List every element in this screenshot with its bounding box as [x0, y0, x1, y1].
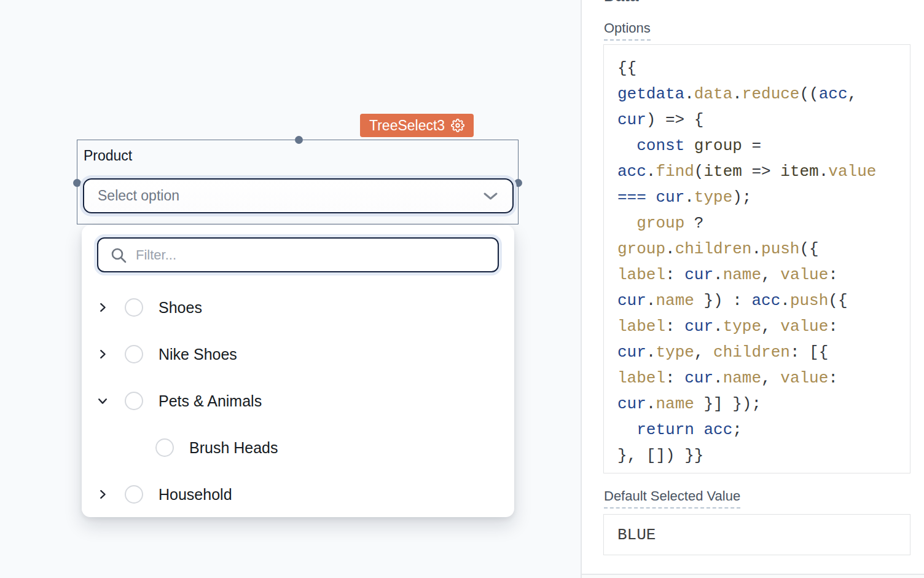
tree-option-label: Nike Shoes — [159, 346, 237, 363]
app-canvas[interactable]: TreeSelect3 Product Select option — [0, 0, 581, 578]
tree-option-row[interactable]: Pets & Animals — [82, 378, 514, 424]
tree-option-label: Brush Heads — [189, 439, 278, 457]
code-line: label: cur.type, value: — [617, 314, 910, 339]
search-icon — [110, 247, 127, 264]
code-line: group.children.push({ — [617, 236, 910, 262]
chevron-down-icon — [482, 191, 499, 202]
tree-option-label: Shoes — [159, 299, 202, 317]
options-property-label[interactable]: Options — [604, 20, 651, 41]
code-line: === cur.type); — [617, 184, 910, 210]
widget-settings-gear-icon[interactable] — [451, 119, 464, 132]
default-selected-value-input[interactable]: BLUE — [603, 514, 910, 555]
code-line: cur.name }] }); — [617, 391, 910, 417]
options-code-editor[interactable]: {{getdata.data.reduce((acc,cur) => { con… — [603, 44, 910, 473]
code-line: getdata.data.reduce((acc, — [617, 81, 910, 107]
resize-handle-right[interactable] — [514, 179, 522, 187]
resize-handle-left[interactable] — [73, 179, 81, 187]
tree-option-label: Household — [159, 486, 232, 504]
filter-placeholder: Filter... — [136, 247, 176, 263]
tree-option-row[interactable]: Brush Heads — [82, 424, 514, 471]
filter-input[interactable]: Filter... — [97, 237, 499, 272]
tree-option-row[interactable]: Household — [82, 471, 514, 518]
resize-handle-top[interactable] — [295, 136, 303, 144]
code-line: group ? — [617, 210, 910, 236]
code-line: label: cur.name, value: — [617, 262, 910, 288]
treeselect-placeholder: Select option — [98, 188, 482, 204]
code-line: label: cur.name, value: — [617, 365, 910, 391]
default-selected-value-label[interactable]: Default Selected Value — [604, 488, 740, 509]
code-line: acc.find(item => item.value — [617, 159, 910, 184]
property-pane: Data Options {{getdata.data.reduce((acc,… — [581, 0, 924, 578]
code-line: cur.type, children: [{ — [617, 339, 910, 365]
widget-name-label: TreeSelect3 — [369, 117, 445, 134]
tree-option-row[interactable]: Nike Shoes — [82, 331, 514, 378]
data-section-title: Data — [604, 0, 638, 5]
chevron-right-icon[interactable] — [96, 348, 109, 360]
tree-option-radio[interactable] — [125, 392, 143, 410]
code-line: {{ — [617, 55, 910, 81]
tree-option-label: Pets & Animals — [159, 392, 262, 410]
tree-option-list: ShoesNike ShoesPets & AnimalsBrush Heads… — [82, 284, 514, 518]
tree-option-row[interactable]: Shoes — [82, 284, 514, 331]
treeselect-dropdown: Filter... ShoesNike ShoesPets & AnimalsB… — [82, 225, 514, 517]
tree-option-radio[interactable] — [125, 345, 143, 363]
code-line: const group = — [617, 133, 910, 159]
code-line: }, []) }} — [617, 443, 910, 469]
chevron-right-icon[interactable] — [96, 301, 109, 314]
tree-option-radio[interactable] — [125, 485, 143, 504]
widget-name-badge[interactable]: TreeSelect3 — [360, 114, 474, 137]
next-section-edge — [582, 575, 924, 578]
code-line: cur.name }) : acc.push({ — [617, 288, 910, 314]
code-line: return acc; — [617, 417, 910, 443]
default-selected-value-text: BLUE — [617, 526, 656, 544]
tree-option-radio[interactable] — [155, 438, 174, 457]
chevron-down-icon[interactable] — [96, 395, 109, 407]
treeselect-trigger[interactable]: Select option — [83, 178, 514, 213]
code-line: cur) => { — [617, 107, 910, 133]
tree-option-radio[interactable] — [125, 298, 143, 317]
chevron-right-icon[interactable] — [96, 488, 109, 501]
treeselect-widget-label: Product — [84, 148, 132, 164]
